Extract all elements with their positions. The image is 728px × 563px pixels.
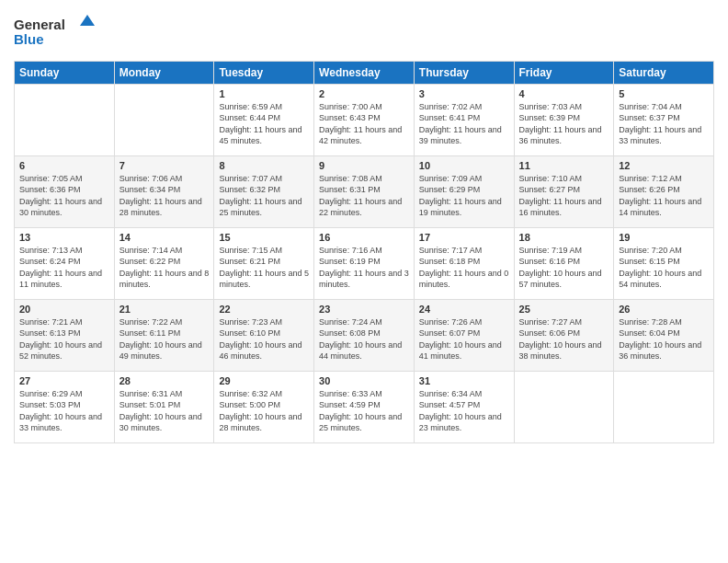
day-info: Sunrise: 7:12 AM Sunset: 6:26 PM Dayligh… [619,173,709,219]
calendar-table: SundayMondayTuesdayWednesdayThursdayFrid… [14,61,714,443]
day-info: Sunrise: 7:08 AM Sunset: 6:31 PM Dayligh… [319,173,409,219]
calendar-cell: 20Sunrise: 7:21 AM Sunset: 6:13 PM Dayli… [15,299,115,371]
day-number: 30 [319,375,409,386]
calendar-cell [114,84,214,155]
weekday-header-wednesday: Wednesday [314,61,415,84]
calendar-cell [514,371,614,442]
calendar-cell: 24Sunrise: 7:26 AM Sunset: 6:07 PM Dayli… [414,299,514,371]
calendar-cell: 19Sunrise: 7:20 AM Sunset: 6:15 PM Dayli… [614,227,714,299]
svg-text:General: General [14,17,65,32]
day-info: Sunrise: 7:09 AM Sunset: 6:29 PM Dayligh… [419,173,509,219]
day-number: 23 [319,304,409,315]
day-info: Sunrise: 7:04 AM Sunset: 6:37 PM Dayligh… [619,101,709,147]
day-info: Sunrise: 7:27 AM Sunset: 6:06 PM Dayligh… [519,316,609,362]
day-info: Sunrise: 7:05 AM Sunset: 6:36 PM Dayligh… [19,173,109,219]
weekday-header-row: SundayMondayTuesdayWednesdayThursdayFrid… [15,61,714,84]
day-number: 2 [319,88,409,99]
calendar-cell: 22Sunrise: 7:23 AM Sunset: 6:10 PM Dayli… [214,299,314,371]
calendar-cell: 10Sunrise: 7:09 AM Sunset: 6:29 PM Dayli… [414,155,514,227]
day-number: 25 [519,304,609,315]
calendar-cell: 12Sunrise: 7:12 AM Sunset: 6:26 PM Dayli… [614,155,714,227]
day-number: 27 [19,375,109,386]
svg-text:Blue: Blue [14,31,44,47]
day-info: Sunrise: 7:10 AM Sunset: 6:27 PM Dayligh… [519,173,609,219]
weekday-header-saturday: Saturday [614,61,714,84]
day-number: 10 [419,160,509,171]
day-info: Sunrise: 7:23 AM Sunset: 6:10 PM Dayligh… [219,316,309,362]
calendar-cell: 7Sunrise: 7:06 AM Sunset: 6:34 PM Daylig… [114,155,214,227]
week-row-5: 27Sunrise: 6:29 AM Sunset: 5:03 PM Dayli… [15,371,714,442]
calendar-cell: 15Sunrise: 7:15 AM Sunset: 6:21 PM Dayli… [214,227,314,299]
day-number: 7 [119,160,210,171]
weekday-header-thursday: Thursday [414,61,514,84]
day-number: 31 [419,375,509,386]
calendar-cell: 3Sunrise: 7:02 AM Sunset: 6:41 PM Daylig… [414,84,514,155]
calendar-cell: 2Sunrise: 7:00 AM Sunset: 6:43 PM Daylig… [314,84,415,155]
weekday-header-tuesday: Tuesday [214,61,314,84]
calendar-cell: 27Sunrise: 6:29 AM Sunset: 5:03 PM Dayli… [15,371,115,442]
calendar-cell: 25Sunrise: 7:27 AM Sunset: 6:06 PM Dayli… [514,299,614,371]
day-info: Sunrise: 6:32 AM Sunset: 5:00 PM Dayligh… [219,388,309,434]
day-info: Sunrise: 7:17 AM Sunset: 6:18 PM Dayligh… [419,245,509,291]
day-number: 1 [219,88,309,99]
calendar-cell: 18Sunrise: 7:19 AM Sunset: 6:16 PM Dayli… [514,227,614,299]
calendar-cell: 29Sunrise: 6:32 AM Sunset: 5:00 PM Dayli… [214,371,314,442]
calendar-cell: 28Sunrise: 6:31 AM Sunset: 5:01 PM Dayli… [114,371,214,442]
day-info: Sunrise: 7:15 AM Sunset: 6:21 PM Dayligh… [219,245,309,291]
page: General Blue SundayMondayTuesdayWednesda… [0,0,728,563]
day-number: 5 [619,88,709,99]
day-info: Sunrise: 7:14 AM Sunset: 6:22 PM Dayligh… [119,245,210,291]
calendar-cell: 8Sunrise: 7:07 AM Sunset: 6:32 PM Daylig… [214,155,314,227]
calendar-cell: 9Sunrise: 7:08 AM Sunset: 6:31 PM Daylig… [314,155,415,227]
week-row-1: 1Sunrise: 6:59 AM Sunset: 6:44 PM Daylig… [15,84,714,155]
day-number: 6 [19,160,109,171]
day-number: 21 [119,304,210,315]
day-number: 17 [419,232,509,243]
calendar-cell: 11Sunrise: 7:10 AM Sunset: 6:27 PM Dayli… [514,155,614,227]
weekday-header-friday: Friday [514,61,614,84]
day-info: Sunrise: 7:22 AM Sunset: 6:11 PM Dayligh… [119,316,210,362]
day-info: Sunrise: 7:26 AM Sunset: 6:07 PM Dayligh… [419,316,509,362]
calendar-cell: 14Sunrise: 7:14 AM Sunset: 6:22 PM Dayli… [114,227,214,299]
day-number: 4 [519,88,609,99]
logo-content: General Blue [14,13,97,53]
week-row-3: 13Sunrise: 7:13 AM Sunset: 6:24 PM Dayli… [15,227,714,299]
day-info: Sunrise: 7:02 AM Sunset: 6:41 PM Dayligh… [419,101,509,147]
day-info: Sunrise: 7:20 AM Sunset: 6:15 PM Dayligh… [619,245,709,291]
day-info: Sunrise: 7:13 AM Sunset: 6:24 PM Dayligh… [19,245,109,291]
day-number: 9 [319,160,409,171]
day-info: Sunrise: 6:34 AM Sunset: 4:57 PM Dayligh… [419,388,509,434]
day-number: 28 [119,375,210,386]
calendar-cell: 13Sunrise: 7:13 AM Sunset: 6:24 PM Dayli… [15,227,115,299]
day-number: 13 [19,232,109,243]
day-number: 11 [519,160,609,171]
day-number: 14 [119,232,210,243]
day-number: 22 [219,304,309,315]
day-number: 20 [19,304,109,315]
calendar-cell: 5Sunrise: 7:04 AM Sunset: 6:37 PM Daylig… [614,84,714,155]
day-info: Sunrise: 7:21 AM Sunset: 6:13 PM Dayligh… [19,316,109,362]
day-info: Sunrise: 6:33 AM Sunset: 4:59 PM Dayligh… [319,388,409,434]
day-info: Sunrise: 7:06 AM Sunset: 6:34 PM Dayligh… [119,173,210,219]
logo: General Blue [14,13,97,53]
calendar-cell: 17Sunrise: 7:17 AM Sunset: 6:18 PM Dayli… [414,227,514,299]
calendar-cell: 30Sunrise: 6:33 AM Sunset: 4:59 PM Dayli… [314,371,415,442]
header: General Blue [14,9,714,53]
calendar-cell [614,371,714,442]
week-row-2: 6Sunrise: 7:05 AM Sunset: 6:36 PM Daylig… [15,155,714,227]
weekday-header-sunday: Sunday [15,61,115,84]
weekday-header-monday: Monday [114,61,214,84]
day-info: Sunrise: 7:16 AM Sunset: 6:19 PM Dayligh… [319,245,409,291]
calendar-cell: 31Sunrise: 6:34 AM Sunset: 4:57 PM Dayli… [414,371,514,442]
day-info: Sunrise: 7:07 AM Sunset: 6:32 PM Dayligh… [219,173,309,219]
day-info: Sunrise: 7:03 AM Sunset: 6:39 PM Dayligh… [519,101,609,147]
day-info: Sunrise: 6:59 AM Sunset: 6:44 PM Dayligh… [219,101,309,147]
calendar-cell: 4Sunrise: 7:03 AM Sunset: 6:39 PM Daylig… [514,84,614,155]
day-number: 15 [219,232,309,243]
day-info: Sunrise: 6:31 AM Sunset: 5:01 PM Dayligh… [119,388,210,434]
day-number: 29 [219,375,309,386]
day-info: Sunrise: 7:28 AM Sunset: 6:04 PM Dayligh… [619,316,709,362]
day-number: 18 [519,232,609,243]
day-info: Sunrise: 7:19 AM Sunset: 6:16 PM Dayligh… [519,245,609,291]
day-number: 19 [619,232,709,243]
